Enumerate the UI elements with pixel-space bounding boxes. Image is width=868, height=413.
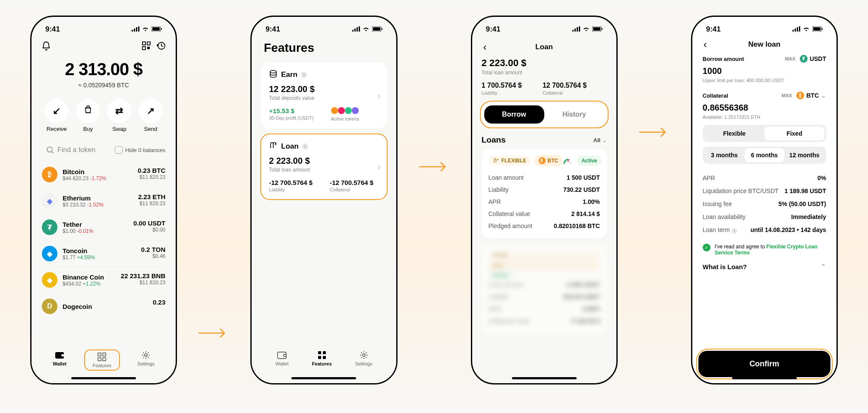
svg-rect-43: [795, 29, 796, 32]
svg-rect-33: [323, 356, 326, 359]
term-3m[interactable]: 3 months: [704, 148, 745, 162]
info-icon: i: [302, 143, 308, 149]
signal-icon: [792, 25, 800, 34]
token-row[interactable]: ₮ Tether $1.00 -0.01% 0.00 USDT$0.00: [41, 214, 166, 241]
max-button[interactable]: MAX: [785, 56, 795, 61]
svg-rect-3: [138, 26, 139, 32]
seg-flexible[interactable]: Flexible: [704, 127, 764, 140]
hide-zero-toggle[interactable]: Hide 0 balances: [115, 146, 165, 154]
phone-new-loan: 9:41 ‹ New loan Borrow amount MAX ₮ USDT: [691, 16, 838, 384]
loan-card[interactable]: Loan i 2 223.00 $ Total loan amount -12 …: [261, 134, 386, 199]
bitcoin-icon: ₿: [42, 167, 57, 182]
features-content: Features Earn i 12 223.00 $ Total deposi…: [258, 36, 390, 341]
coins-icon: [269, 70, 278, 80]
gear-icon: [141, 350, 151, 360]
token-row[interactable]: ◆ Binance Coin $434.02 +1.22% 22 231.23 …: [41, 267, 166, 293]
status-time: 9:41: [265, 25, 280, 34]
header: ‹ Loan: [482, 40, 607, 57]
token-row[interactable]: ◆ Etherium $3 210.32 -1.52% 2.23 ETH$11 …: [41, 188, 166, 214]
signal-icon: [352, 25, 360, 34]
search-row: Find a token Hide 0 balances: [41, 143, 166, 157]
svg-rect-21: [354, 29, 356, 32]
seg-fixed[interactable]: Fixed: [764, 127, 824, 140]
bag-icon: [84, 105, 92, 117]
earn-card[interactable]: Earn i 12 223.00 $ Total deposits value …: [261, 63, 386, 128]
svg-rect-29: [284, 354, 286, 356]
svg-rect-40: [593, 27, 600, 31]
svg-rect-35: [572, 30, 574, 32]
svg-rect-31: [323, 351, 326, 354]
action-send[interactable]: ↗ Send: [139, 99, 163, 132]
term-12m[interactable]: 12 months: [784, 148, 824, 162]
svg-rect-2: [136, 27, 137, 32]
status-indicators: [572, 25, 603, 34]
confirm-button[interactable]: Confirm: [698, 351, 830, 377]
toncoin-icon: ◈: [42, 246, 57, 261]
svg-point-12: [47, 147, 52, 152]
tab-wallet[interactable]: Wallet: [275, 350, 288, 366]
svg-rect-10: [148, 47, 149, 49]
bell-icon[interactable]: [42, 41, 51, 53]
svg-rect-45: [799, 26, 800, 32]
battery-icon: [592, 25, 603, 34]
faq-what-is-loan[interactable]: What is Loan? ⌃: [703, 263, 826, 270]
balance-sub-value: ≈ 0.05209459 BTC: [41, 82, 166, 89]
svg-rect-23: [359, 26, 360, 32]
borrow-amount-input[interactable]: [703, 66, 826, 76]
qr-icon[interactable]: [142, 41, 151, 52]
bitcoin-icon: ₿: [796, 92, 804, 99]
back-icon[interactable]: ‹: [704, 38, 707, 51]
token-list: ₿ Bitcoin $44 820.23 -1.72% 0.23 BTC$11 …: [41, 162, 166, 319]
tab-features[interactable]: Features: [85, 350, 119, 370]
svg-rect-44: [797, 27, 798, 32]
home-indicator: [291, 377, 356, 379]
find-token-input[interactable]: Find a token: [42, 143, 110, 157]
tab-features[interactable]: Features: [312, 350, 332, 366]
wallet-icon: [54, 350, 65, 360]
currency-usdt[interactable]: ₮ USDT: [800, 55, 826, 63]
check-icon: ✓: [703, 244, 710, 251]
arrow-up-right-icon: ↗: [147, 105, 155, 117]
token-row[interactable]: ₿ Bitcoin $44 820.23 -1.72% 0.23 BTC$11 …: [41, 162, 166, 188]
loans-section-head: Loans All ⌄: [482, 135, 607, 145]
signal-icon: [132, 25, 139, 34]
wallet-actions: ↙ Receive Buy ⇄ Swap ↗ Send: [41, 99, 166, 132]
term-6m[interactable]: 6 months: [745, 148, 785, 162]
tab-wallet[interactable]: Wallet: [53, 350, 66, 366]
max-button[interactable]: MAX: [782, 93, 792, 98]
token-row[interactable]: ◈ Toncoin $1.77 +4.59% 0.2 TON$0.46: [41, 241, 166, 267]
svg-rect-16: [103, 353, 106, 356]
chevron-down-icon: ⌄: [602, 137, 607, 143]
signal-icon: [572, 25, 580, 34]
arrow-down-left-icon: ↙: [53, 105, 60, 117]
loan-item[interactable]: FLEXIBLE ₿ BTC Active Loan amount1 500 U…: [482, 149, 607, 238]
history-button[interactable]: History: [544, 105, 604, 124]
agree-checkbox[interactable]: ✓ I've read and agree to Flexible Crypto…: [703, 239, 826, 260]
filter-all[interactable]: All ⌄: [593, 137, 607, 143]
tab-settings[interactable]: Settings: [355, 350, 372, 366]
svg-rect-18: [103, 358, 106, 361]
action-swap[interactable]: ⇄ Swap: [107, 99, 131, 132]
search-icon: [46, 146, 54, 154]
collateral-input[interactable]: [703, 103, 826, 113]
action-buy[interactable]: Buy: [76, 99, 100, 132]
action-receive[interactable]: ↙ Receive: [44, 99, 69, 132]
status-indicators: [132, 25, 162, 34]
svg-rect-14: [61, 354, 65, 356]
active-chip: Active: [577, 156, 601, 166]
chevron-right-icon: ›: [378, 162, 381, 172]
token-row[interactable]: D Dogecoin 0.23: [41, 293, 166, 319]
swap-icon: ⇄: [115, 105, 123, 117]
phone-loan: 9:41 ‹ Loan 2 223.00 $ Total loan amount…: [471, 16, 618, 384]
flow-arrow-icon: [639, 126, 669, 140]
currency-btc[interactable]: ₿ BTC ⌄: [796, 92, 826, 99]
battery-icon: [372, 25, 382, 34]
history-icon[interactable]: [157, 41, 165, 52]
loan-summary: 2 223.00 $ Total loan amount 1 700.5764 …: [482, 57, 607, 95]
loan-icon: [269, 141, 278, 152]
tab-settings[interactable]: Settings: [137, 350, 155, 366]
svg-rect-1: [134, 29, 135, 32]
borrow-history-segment: Borrow History: [482, 102, 607, 127]
back-icon[interactable]: ‹: [483, 41, 487, 53]
borrow-button[interactable]: Borrow: [484, 105, 544, 124]
